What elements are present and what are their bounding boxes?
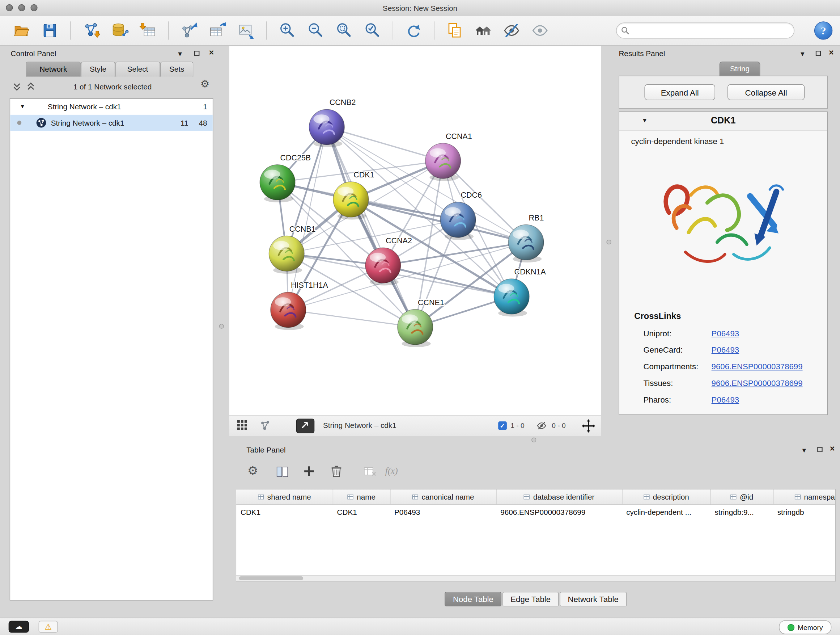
cloud-status-button[interactable]: ☁ <box>9 621 29 633</box>
cell-database-identifier[interactable]: 9606.ENSP00000378699 <box>496 504 622 519</box>
crosslink-uniprot-link[interactable]: P06493 <box>712 329 739 338</box>
table-panel-menu-caret-icon[interactable]: ▼ <box>801 447 807 454</box>
export-table-button[interactable] <box>208 20 227 41</box>
horizontal-splitter-handle[interactable] <box>531 437 536 442</box>
table-settings-gear-icon[interactable]: ⚙ <box>248 464 258 478</box>
collapse-all-networks-icon[interactable] <box>13 82 21 92</box>
tab-network-table[interactable]: Network Table <box>560 592 627 606</box>
crosslink-pharos-link[interactable]: P06493 <box>712 395 739 404</box>
cell-canonical-name[interactable]: P06493 <box>390 504 496 519</box>
add-column-plus-icon[interactable] <box>303 465 316 479</box>
import-network-file-button[interactable] <box>81 20 101 41</box>
cell-name[interactable]: CDK1 <box>333 504 390 519</box>
tab-edge-table[interactable]: Edge Table <box>502 592 559 606</box>
refresh-layout-button[interactable] <box>404 20 423 41</box>
left-splitter-handle[interactable] <box>219 324 224 328</box>
hidden-eye-slash-icon[interactable] <box>536 420 548 431</box>
column-header[interactable]: shared name <box>236 489 333 504</box>
network-edge-CCNB2-CCNE1[interactable] <box>327 127 415 327</box>
birdseye-view-button[interactable] <box>296 419 314 433</box>
hide-selected-button[interactable] <box>502 20 521 41</box>
delete-table-icon[interactable] <box>364 466 377 478</box>
results-panel-float-icon[interactable] <box>815 50 821 58</box>
column-header[interactable]: @id <box>711 489 773 504</box>
first-neighbors-button[interactable] <box>474 20 493 41</box>
scrollbar-thumb[interactable] <box>239 576 303 580</box>
network-node-CDC6[interactable] <box>440 202 476 240</box>
table-horizontal-scrollbar[interactable] <box>236 575 835 581</box>
zoom-in-button[interactable] <box>278 20 297 41</box>
network-edge-HIST1H1A-CCNE1[interactable] <box>288 310 415 327</box>
network-row-selected[interactable]: String Network – cdk1 11 48 <box>10 115 213 131</box>
zoom-selected-button[interactable] <box>363 20 382 41</box>
network-node-CDK1[interactable] <box>333 182 369 219</box>
clone-network-button[interactable] <box>445 20 464 41</box>
column-header[interactable]: name <box>333 489 390 504</box>
tab-node-table[interactable]: Node Table <box>445 592 501 606</box>
table-panel-close-icon[interactable]: × <box>830 445 835 453</box>
tab-sets[interactable]: Sets <box>160 62 194 76</box>
results-panel-menu-caret-icon[interactable]: ▼ <box>799 50 806 58</box>
cell-shared-name[interactable]: CDK1 <box>236 504 333 519</box>
table-panel-float-icon[interactable] <box>817 447 823 454</box>
export-image-icon <box>237 21 255 40</box>
crosslink-compartments-link[interactable]: 9606.ENSP00000378699 <box>712 362 803 371</box>
column-header[interactable]: canonical name <box>390 489 496 504</box>
expand-all-networks-icon[interactable] <box>27 82 35 92</box>
column-header[interactable]: description <box>622 489 710 504</box>
cell-description[interactable]: cyclin-dependent ... <box>622 504 710 519</box>
crosslink-genecard-link[interactable]: P06493 <box>712 345 739 355</box>
pan-move-icon[interactable] <box>582 419 595 434</box>
control-panel-close-icon[interactable]: × <box>209 49 214 57</box>
network-collection-row[interactable]: ▼ String Network – cdk1 1 <box>10 98 213 114</box>
collection-expand-icon[interactable]: ▼ <box>20 98 25 114</box>
cell-id[interactable]: stringdb:9... <box>711 504 773 519</box>
control-panel-menu-caret-icon[interactable]: ▼ <box>177 50 183 58</box>
expand-all-button[interactable]: Expand All <box>644 84 715 100</box>
zoom-out-button[interactable] <box>306 20 325 41</box>
network-options-gear-icon[interactable]: ⚙ <box>201 80 210 88</box>
network-graph[interactable]: CCNB2CCNA1CDC25BCDK1CDC6RB1CCNB1CCNA2CDK… <box>229 46 601 415</box>
warnings-button[interactable]: ⚠ <box>39 621 58 633</box>
network-edge-CCNB2-CCNA1[interactable] <box>327 127 443 161</box>
network-node-HIST1H1A[interactable] <box>271 292 306 330</box>
search-input[interactable] <box>616 22 794 38</box>
export-network-button[interactable] <box>180 20 199 41</box>
tab-string[interactable]: String <box>720 62 760 76</box>
grid-view-icon[interactable] <box>237 420 248 432</box>
network-node-CCNA1[interactable] <box>425 143 461 181</box>
results-panel-close-icon[interactable]: × <box>829 49 834 57</box>
tab-network[interactable]: Network <box>26 62 81 76</box>
open-session-button[interactable] <box>12 20 31 41</box>
network-node-CCNE1[interactable] <box>398 309 433 347</box>
network-node-CDKN1A[interactable] <box>494 279 529 317</box>
protein-card-header[interactable]: ▼ CDK1 <box>619 112 827 131</box>
import-table-file-button[interactable] <box>138 20 157 41</box>
network-node-CCNB1[interactable] <box>269 236 304 274</box>
control-panel-float-icon[interactable] <box>194 50 200 58</box>
save-session-button[interactable] <box>40 20 59 41</box>
export-image-button[interactable] <box>236 20 256 41</box>
right-splitter-handle[interactable] <box>606 240 611 244</box>
memory-button[interactable]: Memory <box>779 620 831 634</box>
network-node-CDC25B[interactable] <box>260 165 295 203</box>
tab-style[interactable]: Style <box>81 62 115 76</box>
tab-select[interactable]: Select <box>115 62 160 76</box>
network-node-RB1[interactable] <box>508 225 544 262</box>
network-share-icon[interactable] <box>259 420 271 433</box>
selected-count-checkbox-icon[interactable]: ✓ <box>498 421 507 430</box>
help-button[interactable]: ? <box>814 21 832 40</box>
import-network-database-button[interactable] <box>110 20 129 41</box>
table-row[interactable]: CDK1 CDK1 P06493 9606.ENSP00000378699 cy… <box>236 504 836 519</box>
column-header[interactable]: database identifier <box>496 489 622 504</box>
crosslink-tissues-link[interactable]: 9606.ENSP00000378699 <box>712 378 803 387</box>
node-table: shared name name canonical name database… <box>236 489 836 582</box>
show-columns-icon[interactable] <box>276 466 289 479</box>
collapse-all-button[interactable]: Collapse All <box>728 84 805 100</box>
delete-column-trash-icon[interactable] <box>331 465 343 479</box>
show-all-button[interactable] <box>531 20 549 41</box>
column-header[interactable]: namespace <box>773 489 836 504</box>
cell-namespace[interactable]: stringdb <box>773 504 836 519</box>
zoom-fit-button[interactable] <box>334 20 354 41</box>
function-builder-fx-icon[interactable]: f(x) <box>385 466 398 477</box>
